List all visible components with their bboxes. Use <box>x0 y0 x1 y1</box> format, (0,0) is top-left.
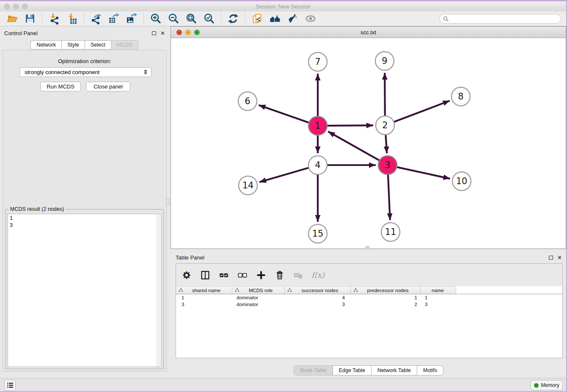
table-row[interactable]: 3 dominator 3 2 3 <box>176 301 562 308</box>
column-header-predecessor-nodes[interactable]: predecessor nodes <box>351 286 421 294</box>
cell-predecessor-nodes[interactable]: 1 <box>351 294 421 301</box>
zoom-out-icon <box>168 13 179 25</box>
graph-node-1[interactable]: 1 <box>308 116 327 135</box>
network-graph: 7968124314101511 <box>171 38 566 248</box>
cell-shared-name[interactable]: 3 <box>176 301 232 308</box>
export-network-button[interactable] <box>89 12 103 25</box>
cell-name[interactable]: 3 <box>421 301 456 308</box>
network-canvas[interactable]: 7968124314101511 <box>171 38 566 248</box>
cell-mcds-role[interactable]: dominator <box>232 294 285 301</box>
graph-edge-1-2[interactable] <box>328 125 373 126</box>
graph-node-9[interactable]: 9 <box>375 52 394 70</box>
zoom-selected-button[interactable] <box>202 12 216 25</box>
import-network-button[interactable] <box>47 12 61 25</box>
open-session-button[interactable] <box>5 12 19 25</box>
column-header-successor-nodes[interactable]: successor nodes <box>285 286 351 294</box>
float-table-panel-icon[interactable] <box>549 256 553 259</box>
graph-node-8[interactable]: 8 <box>451 87 470 106</box>
tab-network-table[interactable]: Network Table <box>371 365 417 375</box>
zoom-fit-button[interactable] <box>184 12 198 25</box>
tab-motifs[interactable]: Motifs <box>417 365 443 375</box>
zoom-in-button[interactable] <box>149 12 163 25</box>
svg-text:10: 10 <box>456 176 468 186</box>
table-row[interactable]: 1 dominator 4 1 1 <box>176 294 562 301</box>
graph-node-10[interactable]: 10 <box>452 172 471 190</box>
export-table-icon <box>108 13 120 25</box>
memory-button[interactable]: Memory <box>531 380 563 390</box>
cell-successor-nodes[interactable]: 3 <box>285 301 351 308</box>
column-header-shared-name[interactable]: shared name <box>176 286 232 294</box>
network-minimize-icon[interactable] <box>185 30 191 35</box>
graph-edge-3-1[interactable] <box>328 132 379 160</box>
graph-edge-3-11[interactable] <box>388 175 390 220</box>
graph-edge-4-14[interactable] <box>259 168 308 182</box>
select-all-columns-button[interactable] <box>217 269 230 282</box>
app-titlebar: Session: New Session <box>0 1 566 11</box>
tab-style[interactable]: Style <box>61 40 85 50</box>
graph-node-6[interactable]: 6 <box>238 92 257 110</box>
table-settings-button[interactable] <box>180 269 193 282</box>
network-maximize-icon[interactable] <box>194 30 200 35</box>
graph-node-14[interactable]: 14 <box>239 176 257 195</box>
graph-node-7[interactable]: 7 <box>308 52 327 71</box>
clone-network-button[interactable] <box>250 12 264 25</box>
close-panel-button[interactable]: Close panel <box>86 82 130 91</box>
graph-edge-1-6[interactable] <box>259 105 308 122</box>
cell-successor-nodes[interactable]: 4 <box>285 294 351 301</box>
close-panel-icon[interactable]: ✕ <box>160 30 165 36</box>
graph-node-4[interactable]: 4 <box>308 156 327 174</box>
graph-node-3[interactable]: 3 <box>378 156 397 174</box>
network-resize-handle[interactable] <box>366 246 369 248</box>
tab-node-table[interactable]: Node Table <box>294 365 333 375</box>
zoom-in-icon <box>150 13 162 25</box>
svg-text:4: 4 <box>315 160 320 170</box>
tab-mcds[interactable]: MCDS <box>111 40 138 50</box>
search-input[interactable] <box>451 16 557 22</box>
export-table-button[interactable] <box>107 12 121 25</box>
export-image-button[interactable] <box>124 12 139 25</box>
save-session-button[interactable] <box>23 12 37 25</box>
float-panel-icon[interactable] <box>152 31 156 35</box>
graph-edge-2-3[interactable] <box>386 135 387 153</box>
optimization-criterion-select[interactable]: strongly connected component <box>19 67 151 77</box>
task-history-button[interactable] <box>4 380 16 391</box>
cell-mcds-role[interactable]: dominator <box>232 301 285 308</box>
show-column-button[interactable] <box>199 269 212 282</box>
column-header-name[interactable]: name <box>421 286 456 294</box>
run-mcds-button[interactable]: Run MCDS <box>40 82 81 91</box>
tab-network[interactable]: Network <box>30 40 62 50</box>
hide-details-button[interactable] <box>286 12 300 25</box>
create-column-button[interactable] <box>255 269 267 282</box>
panel-splitter-handle[interactable] <box>166 199 170 205</box>
network-close-icon[interactable] <box>176 30 182 35</box>
column-header-mcds-role[interactable]: MCDS role <box>232 286 285 294</box>
cell-name[interactable]: 1 <box>421 294 456 301</box>
cell-predecessor-nodes[interactable]: 2 <box>351 301 421 308</box>
first-neighbors-button[interactable] <box>268 12 282 25</box>
tab-select[interactable]: Select <box>85 40 111 50</box>
delete-column-button[interactable] <box>273 269 286 282</box>
graph-edge-3-10[interactable] <box>397 167 450 179</box>
zoom-out-button[interactable] <box>166 12 181 25</box>
close-table-panel-icon[interactable]: ✕ <box>557 255 562 260</box>
result-scrollbar[interactable] <box>157 214 161 367</box>
table-panel-tabs: Node Table Edge Table Network Table Moti… <box>171 365 567 375</box>
main-toolbar <box>0 11 566 26</box>
show-details-button[interactable] <box>303 12 318 25</box>
plus-icon <box>256 270 267 281</box>
graph-node-15[interactable]: 15 <box>308 224 327 243</box>
mcds-result-text[interactable]: 1 3 <box>8 214 162 367</box>
graph-edge-2-9[interactable] <box>385 73 385 116</box>
tab-edge-table[interactable]: Edge Table <box>333 365 372 375</box>
graph-node-2[interactable]: 2 <box>376 116 394 135</box>
network-window-titlebar[interactable]: scc.txt <box>171 27 566 38</box>
unselect-all-columns-button[interactable] <box>236 269 249 282</box>
refresh-button[interactable] <box>226 12 240 25</box>
table-panel-title: Table Panel <box>176 254 549 261</box>
cell-shared-name[interactable]: 1 <box>176 294 232 301</box>
import-table-button[interactable] <box>65 12 79 25</box>
eye-icon <box>305 13 317 25</box>
graph-node-11[interactable]: 11 <box>381 223 400 241</box>
network-window-title: scc.txt <box>171 29 566 36</box>
graph-edge-2-8[interactable] <box>394 101 450 122</box>
